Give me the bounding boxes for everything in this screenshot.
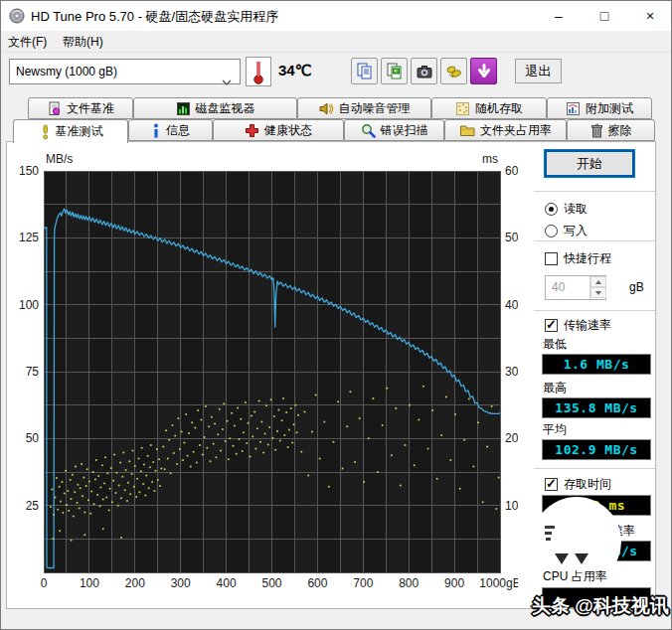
svg-text:75: 75 <box>26 365 40 379</box>
trash-icon <box>590 123 603 138</box>
spinner-down-button[interactable] <box>590 287 606 298</box>
app-window: HD Tune Pro 5.70 - 硬盘/固态硬盘实用程序 – □ × 文件(… <box>0 0 672 630</box>
short-stroke-checkbox[interactable]: 快捷行程 <box>545 250 611 267</box>
avg-label: 平均 <box>543 421 567 438</box>
read-radio-label: 读取 <box>564 201 588 218</box>
tab-random-access[interactable]: 随机存取 <box>431 97 547 119</box>
temperature-indicator <box>246 57 271 86</box>
copy-results-button[interactable] <box>351 58 378 84</box>
copy-image-button[interactable] <box>381 58 408 84</box>
cpu-usage-label: CPU 占用率 <box>543 568 607 585</box>
speaker-icon <box>319 101 334 116</box>
thermometer-icon <box>247 58 270 85</box>
toolbar: Newsmy (1000 gB) 34℃ 退出 <box>1 53 672 96</box>
watermark-text: 头条 @科技视讯 <box>532 593 669 619</box>
svg-text:0: 0 <box>41 576 48 590</box>
svg-text:30: 30 <box>505 365 518 379</box>
svg-text:50: 50 <box>26 431 40 445</box>
menu-bar: 文件(F) 帮助(H) <box>1 31 672 53</box>
checkbox-box <box>545 252 558 265</box>
down-arrow-icon <box>475 63 493 80</box>
write-radio[interactable]: 写入 <box>545 223 588 239</box>
menu-help[interactable]: 帮助(H) <box>63 34 103 51</box>
tab-file-benchmark[interactable]: 文件基准 <box>28 97 133 119</box>
capacity-value: 40 <box>552 280 565 294</box>
radio-circle <box>545 203 558 216</box>
radio-circle <box>545 225 558 237</box>
svg-text:100: 100 <box>19 298 39 312</box>
tab-disk-monitor[interactable]: 磁盘监视器 <box>133 97 297 119</box>
tab-label: 擦除 <box>608 122 632 139</box>
magnifier-icon <box>361 123 376 138</box>
benchmark-chart: 1501251007550256050403020100100200300400… <box>19 148 518 605</box>
read-radio[interactable]: 读取 <box>545 201 588 218</box>
disk-monitor-icon <box>176 101 191 116</box>
svg-text:300: 300 <box>171 576 191 590</box>
divider <box>534 310 655 311</box>
minimize-button[interactable]: – <box>536 1 582 31</box>
red-cross-icon <box>245 123 259 138</box>
benchmark-icon <box>39 124 51 140</box>
info-icon <box>151 123 161 138</box>
tab-info[interactable]: 信息 <box>128 119 213 141</box>
svg-text:ms: ms <box>482 152 498 166</box>
tab-auto-acoustic[interactable]: 自动噪音管理 <box>297 97 431 119</box>
tab-erase[interactable]: 擦除 <box>567 119 655 141</box>
svg-text:200: 200 <box>125 576 145 590</box>
folder-icon <box>459 123 475 137</box>
start-button[interactable]: 开始 <box>545 150 634 177</box>
max-speed-display: 135.8 MB/s <box>542 397 651 418</box>
menu-file[interactable]: 文件(F) <box>8 34 47 51</box>
svg-text:700: 700 <box>353 576 373 590</box>
close-button[interactable]: × <box>627 1 672 31</box>
svg-text:800: 800 <box>399 576 419 590</box>
tab-label: 磁盘监视器 <box>196 100 255 117</box>
tab-label: 健康状态 <box>264 122 312 139</box>
avg-speed-display: 102.9 MB/s <box>542 439 651 460</box>
title-bar: HD Tune Pro 5.70 - 硬盘/固态硬盘实用程序 – □ × <box>1 1 672 31</box>
chevron-down-icon <box>222 70 232 93</box>
max-label: 最高 <box>543 380 567 396</box>
svg-text:900: 900 <box>444 576 464 590</box>
copy-pages-icon <box>356 63 374 80</box>
tab-benchmark[interactable]: 基准测试 <box>13 119 128 143</box>
camera-icon <box>416 63 433 80</box>
tab-label: 信息 <box>166 122 190 139</box>
checkbox-box <box>545 319 558 332</box>
svg-text:1000gB: 1000gB <box>479 576 518 590</box>
short-stroke-label: 快捷行程 <box>564 250 611 267</box>
tab-error-scan[interactable]: 错误扫描 <box>344 119 444 141</box>
checkbox-box <box>545 478 558 491</box>
capacity-spinner[interactable]: 40 <box>545 275 606 300</box>
app-logo-icon <box>9 8 25 28</box>
download-button[interactable] <box>470 58 497 84</box>
window-title: HD Tune Pro 5.70 - 硬盘/固态硬盘实用程序 <box>31 8 278 26</box>
drive-select-dropdown[interactable]: Newsmy (1000 gB) <box>9 59 241 84</box>
spinner-up-button[interactable] <box>590 276 606 287</box>
transfer-rate-label: 传输速率 <box>564 317 611 334</box>
screenshot-button[interactable] <box>411 58 437 84</box>
donate-button[interactable] <box>440 58 467 84</box>
maximize-button[interactable]: □ <box>582 1 627 31</box>
svg-text:500: 500 <box>261 576 281 590</box>
temperature-value: 34℃ <box>278 62 312 79</box>
transfer-rate-checkbox[interactable]: 传输速率 <box>545 317 611 334</box>
write-radio-label: 写入 <box>564 223 588 239</box>
extra-tests-icon <box>566 101 581 116</box>
access-time-checkbox[interactable]: 存取时间 <box>545 476 611 493</box>
tab-folder-usage[interactable]: 文件夹占用率 <box>444 119 567 141</box>
tab-label: 文件夹占用率 <box>480 122 552 139</box>
svg-text:MB/s: MB/s <box>46 152 73 166</box>
exit-button[interactable]: 退出 <box>515 59 562 83</box>
tab-health[interactable]: 健康状态 <box>213 119 344 141</box>
svg-text:20: 20 <box>505 431 518 445</box>
svg-text:50: 50 <box>505 231 518 244</box>
drive-select-value: Newsmy (1000 gB) <box>16 65 117 79</box>
tab-label: 自动噪音管理 <box>339 100 411 117</box>
svg-text:10: 10 <box>505 499 518 513</box>
svg-text:125: 125 <box>19 231 39 244</box>
hands-coins-icon <box>445 63 463 80</box>
min-speed-display: 1.6 MB/s <box>542 354 651 375</box>
tab-label: 文件基准 <box>67 100 114 117</box>
tab-extra-tests[interactable]: 附加测试 <box>547 97 652 119</box>
